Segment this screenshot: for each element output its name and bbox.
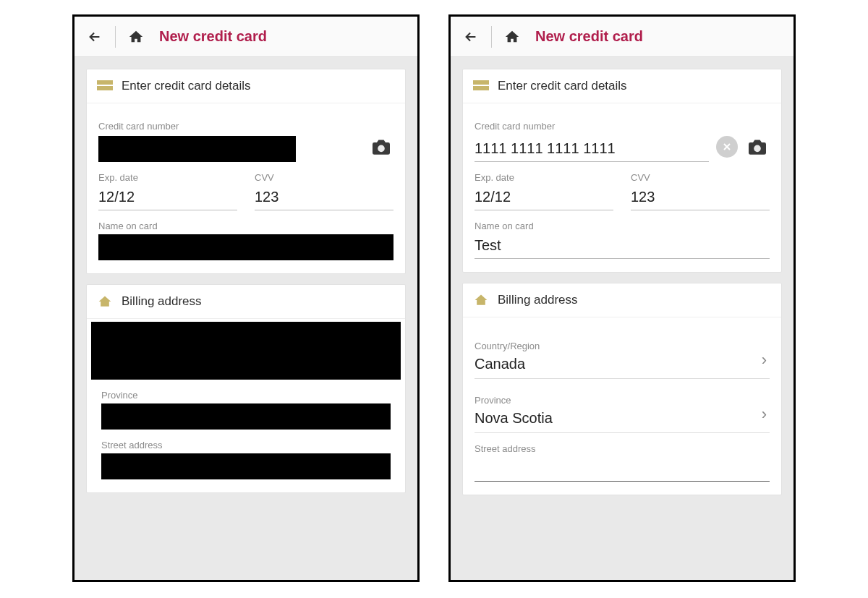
country-select[interactable]: Country/Region Canada › bbox=[475, 335, 770, 379]
province-value: Nova Scotia bbox=[475, 409, 759, 427]
street-redacted bbox=[101, 453, 391, 479]
province-redacted bbox=[101, 403, 391, 430]
divider bbox=[491, 26, 492, 48]
credit-card-section: Enter credit card details Credit card nu… bbox=[462, 69, 782, 273]
clear-cc-button[interactable] bbox=[716, 136, 738, 158]
home-button[interactable] bbox=[499, 24, 525, 50]
card-icon bbox=[473, 78, 489, 94]
svg-rect-0 bbox=[97, 80, 113, 85]
cvv-input[interactable] bbox=[631, 186, 770, 210]
card-icon bbox=[97, 78, 113, 94]
cvv-input[interactable] bbox=[255, 186, 393, 210]
billing-section: Billing address Province Street address bbox=[86, 284, 406, 493]
province-label: Province bbox=[101, 390, 391, 401]
exp-input[interactable] bbox=[98, 186, 237, 210]
street-label: Street address bbox=[101, 440, 391, 450]
street-input[interactable] bbox=[475, 457, 770, 482]
phone-left: New credit card Enter credit card detail… bbox=[72, 14, 420, 582]
camera-icon bbox=[746, 138, 768, 155]
content: Enter credit card details Credit card nu… bbox=[75, 57, 417, 515]
divider bbox=[115, 26, 116, 48]
cc-number-label: Credit card number bbox=[98, 121, 393, 132]
svg-point-2 bbox=[378, 145, 385, 153]
svg-rect-3 bbox=[473, 80, 489, 85]
billing-block-redacted bbox=[91, 322, 401, 380]
topbar: New credit card bbox=[75, 17, 417, 57]
chevron-right-icon: › bbox=[759, 405, 770, 427]
arrow-left-icon bbox=[463, 29, 479, 45]
section-header: Billing address bbox=[87, 285, 405, 319]
home-button[interactable] bbox=[123, 24, 149, 50]
section-title: Enter credit card details bbox=[498, 79, 627, 93]
svg-rect-4 bbox=[473, 86, 489, 90]
name-label: Name on card bbox=[475, 221, 770, 231]
back-button[interactable] bbox=[82, 24, 108, 50]
section-title: Billing address bbox=[498, 293, 578, 307]
svg-rect-1 bbox=[97, 86, 113, 90]
topbar: New credit card bbox=[451, 17, 793, 57]
cc-number-label: Credit card number bbox=[475, 121, 770, 132]
country-label: Country/Region bbox=[475, 341, 759, 351]
section-header: Enter credit card details bbox=[463, 69, 781, 103]
section-header: Billing address bbox=[463, 283, 781, 317]
cvv-label: CVV bbox=[631, 172, 770, 183]
street-label: Street address bbox=[475, 443, 770, 454]
credit-card-section: Enter credit card details Credit card nu… bbox=[86, 69, 406, 274]
phone-right: New credit card Enter credit card detail… bbox=[448, 14, 796, 582]
name-input[interactable] bbox=[475, 234, 770, 259]
page-title: New credit card bbox=[535, 28, 643, 45]
exp-label: Exp. date bbox=[98, 172, 237, 183]
house-icon bbox=[97, 294, 113, 309]
cc-number-input[interactable] bbox=[475, 137, 709, 162]
arrow-left-icon bbox=[87, 29, 103, 45]
scan-card-button[interactable] bbox=[369, 134, 393, 159]
camera-icon bbox=[370, 138, 392, 155]
name-redacted bbox=[98, 234, 393, 260]
province-label: Province bbox=[475, 395, 759, 406]
scan-card-button[interactable] bbox=[745, 134, 770, 159]
content: Enter credit card details Credit card nu… bbox=[451, 57, 793, 517]
house-icon bbox=[473, 292, 489, 308]
chevron-right-icon: › bbox=[759, 351, 770, 372]
cvv-label: CVV bbox=[255, 172, 393, 183]
page-title: New credit card bbox=[159, 28, 267, 45]
billing-section: Billing address Country/Region Canada › bbox=[462, 283, 782, 495]
svg-point-5 bbox=[754, 145, 761, 153]
section-header: Enter credit card details bbox=[87, 69, 405, 103]
province-select[interactable]: Province Nova Scotia › bbox=[475, 389, 770, 433]
cc-number-redacted bbox=[98, 136, 296, 162]
back-button[interactable] bbox=[458, 24, 484, 50]
home-icon bbox=[128, 29, 144, 45]
x-icon bbox=[723, 142, 731, 151]
name-label: Name on card bbox=[98, 221, 393, 231]
home-icon bbox=[504, 29, 520, 45]
country-value: Canada bbox=[475, 354, 759, 372]
exp-input[interactable] bbox=[475, 186, 613, 210]
exp-label: Exp. date bbox=[475, 172, 613, 183]
section-title: Billing address bbox=[122, 294, 202, 309]
section-title: Enter credit card details bbox=[122, 79, 251, 93]
